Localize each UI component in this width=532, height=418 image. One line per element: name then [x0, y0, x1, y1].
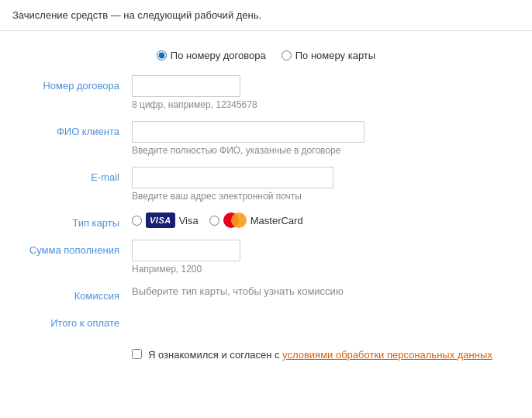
top-notice: Зачисление средств — на следующий рабочи… [0, 0, 532, 31]
email-label: E-mail [23, 167, 132, 183]
agreement-text: Я ознакомился и согласен с условиями обр… [148, 347, 492, 363]
card-type-row: Тип карты VISA Visa MasterCard [0, 212, 532, 229]
visa-option[interactable]: VISA Visa [132, 212, 199, 228]
email-field-wrap: Введите ваш адрес электронной почты [132, 167, 509, 202]
client-name-row: ФИО клиента Введите полностью ФИО, указа… [0, 121, 532, 156]
amount-input[interactable] [132, 240, 240, 261]
commission-text: Выберите тип карты, чтобы узнать комисси… [132, 285, 509, 297]
amount-row: Сумма пополнения Например, 1200 [0, 240, 532, 275]
email-hint: Введите ваш адрес электронной почты [132, 191, 509, 202]
total-row: Итого к оплате [0, 313, 532, 329]
contract-number-input[interactable] [132, 75, 240, 97]
visa-radio[interactable] [132, 216, 142, 226]
card-type-field-wrap: VISA Visa MasterCard [132, 212, 509, 228]
commission-row: Комиссия Выберите тип карты, чтобы узнат… [0, 285, 532, 302]
mastercard-option[interactable]: MasterCard [209, 212, 303, 228]
agreement-checkbox[interactable] [132, 349, 142, 359]
client-name-input[interactable] [132, 121, 364, 143]
commission-field-wrap: Выберите тип карты, чтобы узнать комисси… [132, 285, 509, 297]
contract-number-label: Номер договора [23, 75, 132, 92]
mc-circle-right [231, 212, 247, 228]
search-type-radio-group: По номеру договора По номеру карты [0, 50, 532, 61]
client-name-hint: Введите полностью ФИО, указанные в догов… [132, 145, 509, 156]
contract-number-hint: 8 цифр, например, 12345678 [132, 99, 509, 110]
amount-field-wrap: Например, 1200 [132, 240, 509, 275]
client-name-label: ФИО клиента [23, 121, 132, 137]
radio-by-contract[interactable]: По номеру договора [157, 50, 266, 61]
email-input[interactable] [132, 167, 333, 188]
email-row: E-mail Введите ваш адрес электронной поч… [0, 167, 532, 202]
mastercard-logo [223, 212, 247, 228]
radio-by-card[interactable]: По номеру карты [282, 50, 375, 61]
agreement-link[interactable]: условиями обработки персональных данных [282, 349, 492, 361]
radio-by-contract-input[interactable] [157, 50, 167, 60]
agreement-row: Я ознакомился и согласен с условиями обр… [109, 340, 532, 371]
card-type-options: VISA Visa MasterCard [132, 212, 509, 228]
radio-by-card-input[interactable] [282, 50, 292, 60]
mastercard-radio[interactable] [209, 216, 219, 226]
client-name-field-wrap: Введите полностью ФИО, указанные в догов… [132, 121, 509, 156]
card-type-label: Тип карты [23, 212, 132, 229]
amount-hint: Например, 1200 [132, 264, 509, 275]
form-container: По номеру договора По номеру карты Номер… [0, 31, 532, 383]
commission-label: Комиссия [23, 285, 132, 302]
contract-number-field-wrap: 8 цифр, например, 12345678 [132, 75, 509, 110]
amount-label: Сумма пополнения [23, 240, 132, 256]
total-label: Итого к оплате [23, 313, 132, 329]
visa-logo: VISA [146, 212, 175, 228]
contract-number-row: Номер договора 8 цифр, например, 1234567… [0, 75, 532, 110]
